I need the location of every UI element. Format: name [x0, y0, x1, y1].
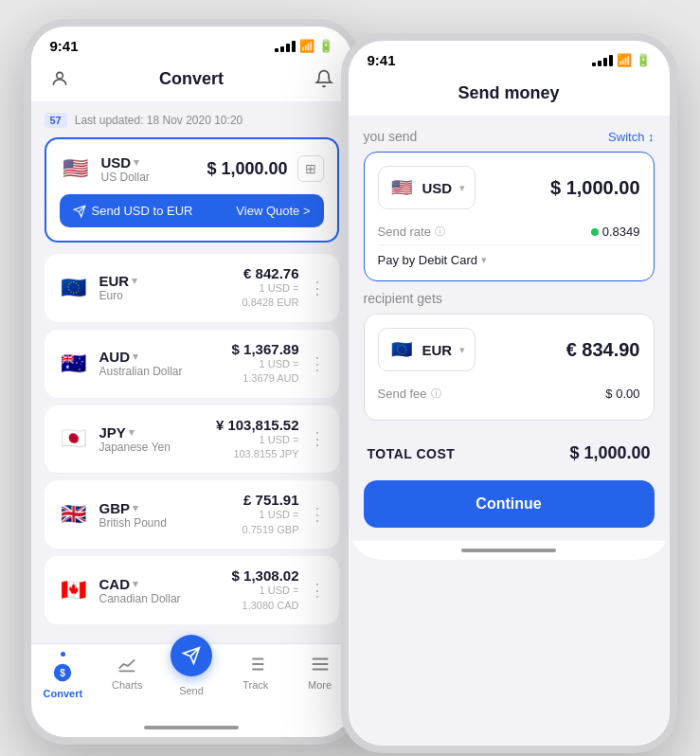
send-rate-label: Send rate ⓘ [378, 225, 445, 239]
signal-bars-2 [592, 55, 613, 66]
send-fee-label: Send fee ⓘ [378, 387, 441, 401]
currency-card-gbp[interactable]: 🇬🇧 GBP ▾ British Pound £ 751.91 1 USD =0… [45, 480, 339, 549]
s-bar-1 [592, 63, 596, 66]
main-currency-amount: $ 1,000.00 [206, 159, 287, 179]
recipient-card: 🇪🇺 EUR ▾ € 834.90 Send fee ⓘ [364, 314, 655, 421]
currency-list: 🇪🇺 EUR ▾ Euro € 842.76 1 USD =0.8428 EUR [45, 254, 339, 624]
gbp-info: GBP ▾ British Pound [99, 500, 167, 530]
gbp-rate: 1 USD =0.7519 GBP [242, 508, 299, 537]
total-cost-value: $ 1,000.00 [569, 443, 650, 463]
currency-card-eur[interactable]: 🇪🇺 EUR ▾ Euro € 842.76 1 USD =0.8428 EUR [45, 254, 339, 322]
jpy-amount-col: ¥ 103,815.52 1 USD =103.8155 JPY [216, 417, 299, 462]
send-currency-chevron: ▾ [459, 182, 465, 194]
pay-method-chevron: ▾ [481, 254, 487, 266]
send-quote-bar[interactable]: Send USD to EUR View Quote > [60, 194, 324, 227]
pay-method-selector[interactable]: Pay by Debit Card ▾ [378, 253, 640, 267]
eur-name: Euro [99, 289, 138, 302]
cad-amount-col: $ 1,308.02 1 USD =1.3080 CAD [232, 567, 299, 613]
jpy-amount: ¥ 103,815.52 [216, 417, 299, 433]
nav-charts[interactable]: Charts [103, 652, 151, 699]
gbp-more-dots[interactable]: ⋮ [309, 504, 326, 525]
recipient-currency-select[interactable]: 🇪🇺 EUR ▾ [378, 328, 476, 371]
send-fee-row: Send fee ⓘ $ 0.00 [378, 381, 640, 406]
currency-card-jpy[interactable]: 🇯🇵 JPY ▾ Japanese Yen ¥ 103,815.52 1 USD… [45, 405, 339, 474]
bell-icon[interactable] [311, 65, 337, 92]
calculator-icon[interactable]: ⊞ [297, 155, 324, 182]
total-cost-row: TOTAL COST $ 1,000.00 [364, 430, 655, 477]
eur-more-dots[interactable]: ⋮ [309, 278, 326, 298]
main-currency-info: USD ▾ US Dollar [101, 154, 150, 184]
recipient-label-row: recipient gets [364, 291, 655, 306]
send-amount[interactable]: $ 1,000.00 [550, 177, 640, 199]
jpy-rate: 1 USD =103.8155 JPY [216, 433, 299, 462]
nav-more-label: More [308, 679, 332, 691]
aud-right: $ 1,367.89 1 USD =1.3679 AUD ⋮ [232, 341, 326, 387]
more-icon [308, 652, 332, 676]
main-currency-name: US Dollar [101, 171, 150, 184]
send-currency-select[interactable]: 🇺🇸 USD ▾ [378, 166, 476, 209]
app-title-1: Convert [73, 69, 311, 89]
pay-method-row: Pay by Debit Card ▾ [378, 245, 640, 267]
send-fee-label-text: Send fee [378, 387, 427, 401]
aud-left: 🇦🇺 AUD ▾ Australian Dollar [58, 348, 183, 380]
currency-card-aud[interactable]: 🇦🇺 AUD ▾ Australian Dollar $ 1,367.89 1 … [45, 330, 339, 398]
send-arrow-icon [73, 205, 86, 218]
signal-bar-3 [286, 44, 290, 52]
send-currency-code: USD [422, 180, 453, 196]
cad-rate: 1 USD =1.3080 CAD [232, 584, 299, 613]
view-quote[interactable]: View Quote > [236, 204, 310, 218]
battery-icon-2: 🔋 [636, 53, 651, 67]
svg-point-0 [56, 72, 63, 79]
status-icons-1: 📶 🔋 [275, 39, 333, 53]
main-currency-row: 🇺🇸 USD ▾ US Dollar $ 1,000. [60, 153, 324, 185]
send-fee-info-icon[interactable]: ⓘ [431, 387, 441, 401]
gbp-flag: 🇬🇧 [58, 498, 90, 531]
jpy-name: Japanese Yen [99, 441, 171, 454]
switch-button[interactable]: Switch ↕ [608, 130, 654, 144]
home-indicator-1 [31, 718, 352, 737]
jpy-info: JPY ▾ Japanese Yen [99, 424, 171, 454]
nav-more[interactable]: More [296, 652, 344, 699]
signal-bar-4 [292, 41, 296, 52]
gbp-right: £ 751.91 1 USD =0.7519 GBP ⋮ [242, 492, 326, 537]
eur-left: 🇪🇺 EUR ▾ Euro [58, 272, 138, 304]
app-header-2: Send money ✕ [349, 72, 670, 116]
nav-convert-label: Convert [44, 688, 83, 699]
usd-flag: 🇺🇸 [60, 153, 92, 185]
nav-charts-label: Charts [112, 679, 142, 691]
continue-button[interactable]: Continue [364, 480, 655, 528]
currency-card-cad[interactable]: 🇨🇦 CAD ▾ Canadian Dollar $ 1,308.02 1 US… [45, 556, 339, 624]
total-cost-label: TOTAL COST [368, 446, 456, 461]
main-currency-left: 🇺🇸 USD ▾ US Dollar [60, 153, 150, 185]
aud-name: Australian Dollar [99, 365, 183, 378]
s-bar-2 [598, 61, 601, 66]
green-dot [591, 228, 599, 236]
home-bar-1 [144, 726, 239, 729]
jpy-flag: 🇯🇵 [58, 423, 90, 455]
convert-active-dot [61, 652, 65, 657]
status-time-2: 9:41 [368, 52, 396, 68]
recipient-currency-code: EUR [422, 342, 453, 358]
aud-rate: 1 USD =1.3679 AUD [232, 357, 299, 387]
nav-track[interactable]: Track [232, 652, 279, 699]
eur-amount: € 842.76 [242, 265, 299, 281]
gbp-amount-col: £ 751.91 1 USD =0.7519 GBP [242, 492, 299, 537]
person-icon[interactable] [46, 65, 73, 92]
svg-text:$: $ [61, 668, 66, 678]
charts-icon [115, 652, 139, 676]
nav-send[interactable]: Send [168, 652, 215, 699]
jpy-more-dots[interactable]: ⋮ [309, 428, 326, 449]
you-send-label: you send [364, 129, 418, 144]
nav-convert[interactable]: $ Convert [39, 652, 86, 699]
app-header-1: Convert [31, 58, 352, 101]
status-icons-2: 📶 🔋 [592, 53, 651, 67]
eur-right: € 842.76 1 USD =0.8428 EUR ⋮ [242, 265, 326, 311]
aud-more-dots[interactable]: ⋮ [309, 353, 326, 374]
usd-chevron: ▾ [134, 156, 139, 169]
main-currency-card[interactable]: 🇺🇸 USD ▾ US Dollar $ 1,000. [45, 137, 339, 243]
send-rate-info-icon[interactable]: ⓘ [435, 225, 445, 239]
phone-send-money: 9:41 📶 🔋 [341, 33, 677, 753]
aud-amount: $ 1,367.89 [232, 341, 299, 357]
cad-more-dots[interactable]: ⋮ [309, 580, 326, 601]
aud-amount-col: $ 1,367.89 1 USD =1.3679 AUD [232, 341, 299, 387]
